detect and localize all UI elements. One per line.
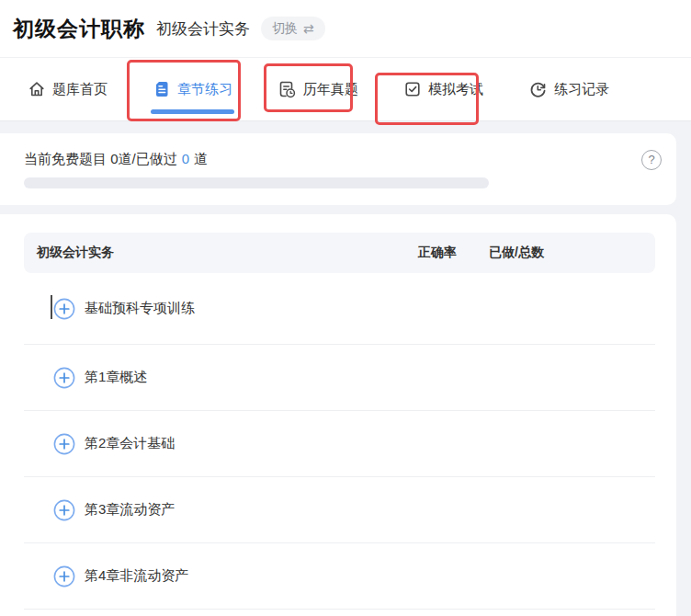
chapter-row[interactable]: 基础预科专项训练 <box>24 273 655 345</box>
home-icon <box>28 80 46 98</box>
chapter-label[interactable]: 第4章非流动资产 <box>85 567 188 585</box>
tab-label: 章节练习 <box>177 81 232 98</box>
expand-plus-icon[interactable] <box>53 433 75 455</box>
chapter-table-panel: 初级会计实务 正确率 已做/总数 基础预科专项训练 <box>0 214 676 616</box>
switch-subject-button[interactable]: 切换 ⇄ <box>261 17 325 40</box>
chapter-row[interactable]: 第4章非流动资产 <box>24 543 655 610</box>
checkbox-check-icon <box>403 80 422 98</box>
text-cursor <box>51 295 52 319</box>
column-done-total: 已做/总数 <box>489 245 544 261</box>
chapter-row[interactable]: 第3章流动资产 <box>24 477 655 543</box>
expand-plus-icon[interactable] <box>53 367 75 389</box>
history-clock-icon <box>528 80 548 99</box>
tab-bar: 题库首页 章节练习 <box>0 58 691 121</box>
expand-plus-icon[interactable] <box>53 298 75 320</box>
page-title: 初级会计职称 <box>13 15 145 43</box>
document-clock-icon <box>278 80 297 99</box>
chapter-label[interactable]: 第2章会计基础 <box>85 435 175 452</box>
tab-label: 历年真题 <box>303 81 358 98</box>
chapter-row[interactable]: 第2章会计基础 <box>24 411 655 477</box>
chapter-label[interactable]: 基础预科专项训练 <box>85 300 195 317</box>
free-question-progress-bar <box>24 177 489 188</box>
chapter-row[interactable]: 第1章概述 <box>24 345 655 411</box>
page-header: 初级会计职称 初级会计实务 切换 ⇄ <box>0 0 691 58</box>
column-accuracy: 正确率 <box>418 245 457 261</box>
tab-mock-exam[interactable]: 模拟考试 <box>402 58 485 120</box>
chapter-label[interactable]: 第1章概述 <box>85 369 147 386</box>
active-tab-underline <box>151 109 234 114</box>
question-bank-page: 初级会计职称 初级会计实务 切换 ⇄ 题库首页 <box>0 0 691 616</box>
tab-practice-record[interactable]: 练习记录 <box>527 58 611 120</box>
help-icon[interactable]: ? <box>641 150 662 170</box>
tab-bank-home[interactable]: 题库首页 <box>26 58 109 120</box>
free-question-stats-panel: 当前免费题目 0道/已做过 0 道 ? <box>0 133 676 205</box>
tab-chapter-practice[interactable]: 章节练习 <box>151 58 234 120</box>
chapter-label[interactable]: 第3章流动资产 <box>85 501 175 519</box>
tab-past-exams[interactable]: 历年真题 <box>276 58 360 120</box>
tab-label: 练习记录 <box>554 81 609 98</box>
expand-plus-icon[interactable] <box>53 565 75 587</box>
stats-label: 当前免费题目 0道/已做过 <box>24 151 177 168</box>
swap-arrows-icon: ⇄ <box>303 21 314 36</box>
tab-label: 题库首页 <box>52 81 108 98</box>
free-question-stats: 当前免费题目 0道/已做过 0 道 <box>24 151 208 168</box>
expand-plus-icon[interactable] <box>53 499 75 521</box>
switch-label: 切换 <box>272 20 298 37</box>
done-count: 0 <box>182 151 189 166</box>
column-subject: 初级会计实务 <box>24 245 114 261</box>
table-header-row: 初级会计实务 正确率 已做/总数 <box>24 233 655 273</box>
document-icon <box>153 80 171 98</box>
chapter-rows: 基础预科专项训练 第1章概述 第2章会计基础 <box>24 273 655 610</box>
current-subject: 初级会计实务 <box>156 18 250 40</box>
stats-unit: 道 <box>194 151 208 168</box>
tab-label: 模拟考试 <box>428 81 483 98</box>
